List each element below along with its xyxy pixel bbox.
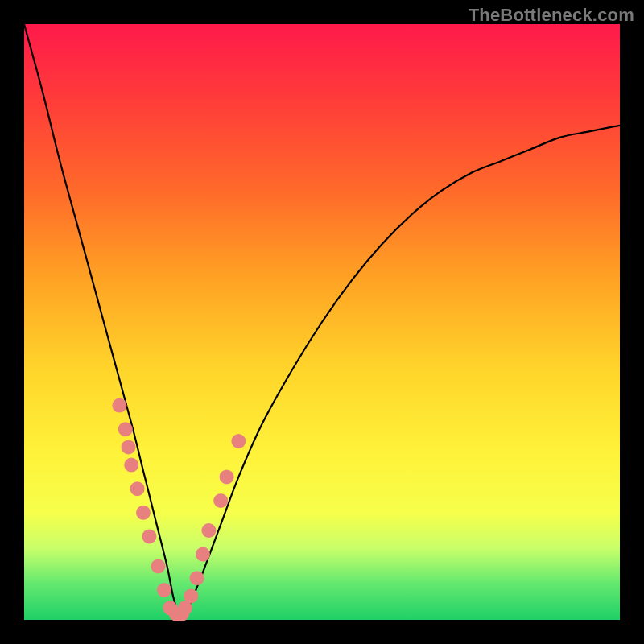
marker-dot (220, 469, 234, 484)
marker-dot (201, 523, 216, 538)
chart-frame: TheBottleneck.com (0, 0, 644, 644)
marker-dot (184, 588, 198, 603)
marker-dot (213, 493, 228, 508)
curve-path (24, 24, 620, 616)
marker-dot (112, 398, 126, 413)
marker-dot (136, 506, 151, 520)
plot-area (24, 24, 620, 620)
watermark-text: TheBottleneck.com (469, 5, 634, 26)
marker-dot (142, 529, 156, 543)
marker-dot (122, 440, 136, 454)
bottleneck-curve (24, 24, 620, 620)
marker-dot (151, 559, 166, 573)
marker-dot (190, 571, 204, 585)
marker-dot (196, 547, 210, 562)
marker-dot (118, 422, 133, 436)
marker-dot (124, 458, 138, 473)
marker-dot (231, 434, 246, 448)
marker-dot (157, 583, 171, 597)
marker-dot (130, 481, 145, 496)
